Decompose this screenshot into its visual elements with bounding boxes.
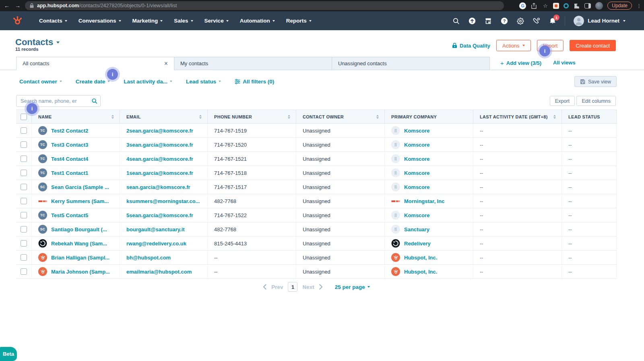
tab-all-contacts[interactable]: All contacts× xyxy=(16,57,174,70)
share-icon[interactable] xyxy=(530,2,537,9)
all-views-link[interactable]: All views xyxy=(553,60,576,66)
next-page-button[interactable]: Next xyxy=(302,284,314,290)
row-checkbox[interactable] xyxy=(21,170,27,176)
select-all-checkbox[interactable] xyxy=(21,114,27,120)
row-checkbox[interactable] xyxy=(21,212,27,218)
upgrade-icon[interactable] xyxy=(468,17,476,25)
column-header-contact-owner[interactable]: CONTACT OWNER xyxy=(296,110,384,123)
row-checkbox[interactable] xyxy=(21,156,27,162)
row-checkbox[interactable] xyxy=(21,254,27,261)
contact-email-link[interactable]: 3sean.garcia@komscore.fr xyxy=(126,142,193,148)
nav-menu-automation[interactable]: Automation xyxy=(234,11,281,30)
address-bar[interactable]: app.hubspot.com/contacts/24278205/object… xyxy=(25,1,504,10)
browser-update-button[interactable]: Update xyxy=(607,2,632,10)
filter-last-activity-da[interactable]: Last activity da... xyxy=(124,79,172,85)
row-checkbox[interactable] xyxy=(21,184,27,190)
next-page-chevron-icon[interactable] xyxy=(319,284,323,290)
all-filters-button[interactable]: All filters (0) xyxy=(235,79,274,85)
contact-name-link[interactable]: Santiago Bourgault (... xyxy=(51,226,107,232)
account-menu[interactable]: Lead Hornet xyxy=(574,16,625,26)
prev-page-button[interactable]: Prev xyxy=(271,284,283,290)
nav-menu-conversations[interactable]: Conversations xyxy=(73,11,127,30)
browser-forward-button[interactable]: → xyxy=(14,0,22,11)
nav-menu-marketing[interactable]: Marketing xyxy=(127,11,169,30)
per-page-dropdown[interactable]: 25 per page xyxy=(335,284,370,290)
browser-profile-avatar[interactable] xyxy=(595,2,603,10)
save-view-button[interactable]: Save view xyxy=(574,76,617,87)
filter-contact-owner[interactable]: Contact owner xyxy=(19,79,62,85)
extension-orange-icon[interactable] xyxy=(553,3,559,9)
contact-email-link[interactable]: 4sean.garcia@komscore.fr xyxy=(126,156,193,162)
nav-menu-sales[interactable]: Sales xyxy=(168,11,198,30)
nav-menu-reports[interactable]: Reports xyxy=(281,11,317,30)
column-header-lead-status[interactable]: LEAD STATUS xyxy=(561,110,617,123)
notifications-bell-icon[interactable]: 1 xyxy=(549,17,556,25)
edit-columns-button[interactable]: Edit columns xyxy=(576,96,616,106)
search-icon[interactable] xyxy=(452,17,460,25)
contact-name-link[interactable]: Test5 Contact5 xyxy=(51,212,88,218)
contact-email-link[interactable]: 2sean.garcia@komscore.fr xyxy=(126,128,193,134)
side-panel-icon[interactable] xyxy=(584,3,591,8)
contact-email-link[interactable]: 1sean.garcia@komscore.fr xyxy=(126,170,193,176)
contact-email-link[interactable]: bh@hubspot.com xyxy=(126,255,171,261)
tab-unassigned-contacts[interactable]: Unassigned contacts xyxy=(332,57,490,70)
extensions-puzzle-icon[interactable] xyxy=(573,2,580,9)
company-link[interactable]: Komscore xyxy=(404,170,430,176)
filter-create-date[interactable]: Create date xyxy=(76,79,110,85)
row-checkbox[interactable] xyxy=(21,268,27,275)
add-view-button[interactable]: + Add view (3/5) xyxy=(500,60,541,66)
current-page-button[interactable]: 1 xyxy=(288,282,297,292)
column-header-primary-company[interactable]: PRIMARY COMPANY xyxy=(384,110,473,123)
page-title[interactable]: Contacts xyxy=(15,37,60,48)
company-link[interactable]: Komscore xyxy=(404,142,430,148)
row-checkbox[interactable] xyxy=(21,226,27,232)
info-annotation-bubble[interactable]: i xyxy=(107,69,118,80)
data-quality-link[interactable]: Data Quality xyxy=(452,43,490,49)
extension-teal-icon[interactable] xyxy=(564,3,569,8)
contact-name-link[interactable]: Test4 Contact4 xyxy=(51,156,88,162)
contact-name-link[interactable]: Test3 Contact3 xyxy=(51,142,88,148)
actions-button[interactable]: Actions xyxy=(496,40,531,51)
marketplace-icon[interactable] xyxy=(484,17,492,25)
calling-icon[interactable] xyxy=(533,17,540,25)
contact-name-link[interactable]: Rebekah Wang (Sam... xyxy=(51,241,107,247)
export-button[interactable]: Export xyxy=(550,96,575,106)
hubspot-sprocket-logo[interactable] xyxy=(12,15,23,26)
contact-name-link[interactable]: Test1 Contact1 xyxy=(51,170,88,176)
row-checkbox[interactable] xyxy=(21,127,27,134)
prev-page-chevron-icon[interactable] xyxy=(263,284,266,290)
close-icon[interactable]: × xyxy=(164,60,168,67)
contact-email-link[interactable]: rwang@redelivery.co.uk xyxy=(126,241,186,247)
nav-menu-contacts[interactable]: Contacts xyxy=(33,11,73,30)
row-checkbox[interactable] xyxy=(21,198,27,204)
contact-name-link[interactable]: Kerry Summers (Sam... xyxy=(51,198,109,204)
company-link[interactable]: Komscore xyxy=(404,128,430,134)
column-header-name[interactable]: NAME xyxy=(31,110,120,123)
column-header-last-activity-date-gmt-8[interactable]: LAST ACTIVITY DATE (GMT+8) xyxy=(473,110,561,123)
browser-menu-icon[interactable]: ⋮ xyxy=(636,3,642,9)
create-contact-button[interactable]: Create contact xyxy=(570,40,616,51)
company-link[interactable]: Komscore xyxy=(404,212,430,218)
company-link[interactable]: Komscore xyxy=(404,184,430,190)
contact-name-link[interactable]: Sean Garcia (Sample ... xyxy=(51,184,109,190)
settings-gear-icon[interactable] xyxy=(516,17,524,25)
contact-email-link[interactable]: bourgault@sanctuary.it xyxy=(126,226,185,232)
company-link[interactable]: Komscore xyxy=(404,156,430,162)
company-link[interactable]: Morningstar, Inc xyxy=(404,198,444,204)
google-account-icon[interactable]: G xyxy=(519,2,526,9)
company-link[interactable]: Hubspot, Inc. xyxy=(404,255,437,261)
contact-name-link[interactable]: Maria Johnson (Samp... xyxy=(51,269,110,275)
row-checkbox[interactable] xyxy=(21,141,27,148)
contact-email-link[interactable]: sean.garcia@komscore.fr xyxy=(126,184,190,190)
company-link[interactable]: Redelivery xyxy=(404,241,431,247)
bookmark-star-icon[interactable]: ☆ xyxy=(542,2,549,9)
column-header-email[interactable]: EMAIL xyxy=(120,110,207,123)
browser-back-button[interactable]: ← xyxy=(3,0,11,11)
company-link[interactable]: Hubspot, Inc. xyxy=(404,269,437,275)
nav-menu-service[interactable]: Service xyxy=(199,11,234,30)
contact-email-link[interactable]: ksummers@morningstar.co... xyxy=(126,198,200,204)
contact-email-link[interactable]: 5sean.garcia@komscore.fr xyxy=(126,212,193,218)
filter-lead-status[interactable]: Lead status xyxy=(186,79,221,85)
company-link[interactable]: Sanctuary xyxy=(404,226,429,232)
contact-name-link[interactable]: Brian Halligan (Sampl... xyxy=(51,255,109,261)
